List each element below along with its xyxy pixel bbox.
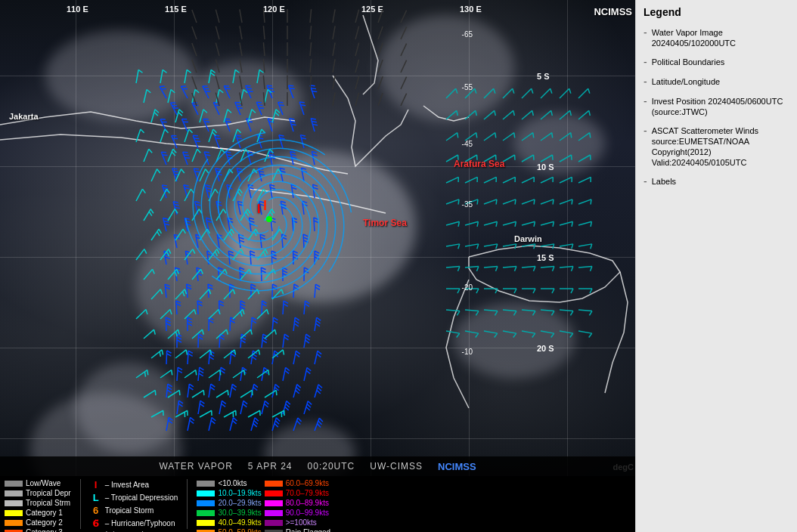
label-w6: 60.0–69.9kts bbox=[286, 479, 329, 487]
grid-v-4 bbox=[371, 0, 371, 476]
wind-speed-columns: <10.0kts 10.0–19.9kts 20.0–29.9kts bbox=[197, 479, 330, 532]
grid-h-5 bbox=[0, 438, 635, 439]
scale-20: -20 bbox=[462, 283, 473, 292]
legend-invest-pos: - Invest Position 20240405/0600UTC (sour… bbox=[643, 96, 789, 118]
label-water-vapor: Water Vapor Image bbox=[652, 27, 736, 38]
bullet-pol: - bbox=[643, 55, 647, 69]
label-cat3: Category 3 bbox=[26, 528, 63, 532]
watermark-product: WATER VAPOR bbox=[159, 461, 232, 472]
swatch-w0 bbox=[197, 481, 215, 487]
wind-20-29: 20.0–29.9kts bbox=[197, 499, 261, 507]
legend-hurricane-sym: 6̈ – Hurricane/Typhoon bbox=[90, 518, 178, 529]
lon-115e: 115 E bbox=[165, 5, 187, 14]
arafura-sea-label: Arafura Sea bbox=[454, 159, 504, 169]
symbol-tdepr: L bbox=[90, 492, 102, 503]
label-latlng: Latitude/Longitude bbox=[652, 76, 721, 87]
wind-lt10: <10.0kts bbox=[197, 479, 261, 487]
symbol-tstrm: 6 bbox=[90, 505, 102, 516]
main-container: 110 E 115 E 120 E 125 E 130 E 5 S 10 S 1… bbox=[0, 0, 797, 532]
label-cat2: Category 2 bbox=[26, 518, 63, 527]
label-hurricane-sym: – Hurricane/Typhoon bbox=[105, 519, 175, 527]
bullet-ll: - bbox=[643, 75, 647, 88]
lon-130e: 130 E bbox=[460, 5, 482, 14]
grid-v-2 bbox=[174, 0, 175, 476]
label-cat1: Category 1 bbox=[26, 509, 63, 517]
bullet-lbl: - bbox=[643, 175, 647, 188]
legend-tdepr-sym: L – Tropical Depression bbox=[90, 492, 178, 503]
cimss-logo: NCIMSS bbox=[594, 6, 632, 17]
label-tstrm-sym: Tropical Storm bbox=[105, 506, 154, 515]
swatch-cat3 bbox=[5, 530, 23, 533]
scale-55: -55 bbox=[462, 83, 473, 91]
wind-rain: Rain Flagged bbox=[265, 528, 330, 532]
watermark-date: 5 APR 24 bbox=[248, 461, 293, 472]
lat-20s: 20 S bbox=[537, 344, 554, 353]
watermark-time: 00:20UTC bbox=[308, 461, 355, 472]
legend-title: Legend bbox=[643, 6, 789, 18]
symbol-hurricane: 6̈ bbox=[90, 518, 102, 529]
label-w2: 20.0–29.9kts bbox=[218, 499, 261, 507]
cloud-6 bbox=[136, 227, 272, 348]
wind-col-left: <10.0kts 10.0–19.9kts 20.0–29.9kts bbox=[197, 479, 261, 532]
label-tdepr: Tropical Depr bbox=[26, 489, 71, 497]
legend-water-vapor: - Water Vapor Image 20240405/102000UTC bbox=[643, 27, 789, 49]
storm-category-legend: Low/Wave Tropical Depr Tropical Strm Cat… bbox=[5, 479, 71, 532]
legend-tstrm-sym: 6 Tropical Storm bbox=[90, 505, 178, 516]
wind-col-right: 60.0–69.9kts 70.0–79.9kts 80.0–89.9kts bbox=[265, 479, 330, 532]
lon-125e: 125 E bbox=[361, 5, 383, 14]
swatch-w8 bbox=[265, 500, 283, 506]
legend-invest: I – Invest Area bbox=[90, 479, 178, 490]
wind-speed-legend: <10.0kts 10.0–19.9kts 20.0–29.9kts bbox=[197, 479, 330, 532]
bullet-ip: - bbox=[643, 94, 647, 108]
swatch-w6 bbox=[265, 481, 283, 487]
lat-5s: 5 S bbox=[537, 72, 550, 81]
legend-latlng: - Latitude/Longitude bbox=[643, 76, 789, 88]
watermark-source: UW-CIMSS bbox=[370, 461, 423, 472]
label-w9: 90.0–99.9kts bbox=[286, 509, 329, 517]
wind-ge100: >=100kts bbox=[265, 518, 330, 527]
cloud-4 bbox=[514, 113, 605, 174]
watermark-bar: WATER VAPOR 5 APR 24 00:20UTC UW-CIMSS N… bbox=[0, 456, 635, 476]
legend-political: - Political Boundaries bbox=[643, 57, 789, 69]
timor-sea-label: Timor Sea bbox=[363, 218, 407, 228]
swatch-cat1 bbox=[5, 510, 23, 516]
legend-labels: - Labels bbox=[643, 176, 789, 188]
label-invest-pos: Invest Position 20240405/0600UTC bbox=[652, 96, 783, 107]
legend-tropical-depr: Tropical Depr bbox=[5, 489, 71, 497]
cloud-2 bbox=[189, 60, 302, 136]
label-tdepr-sym: – Tropical Depression bbox=[105, 493, 178, 502]
label-w5: 50.0–59.9kts bbox=[218, 528, 261, 532]
scale-10: -10 bbox=[462, 348, 473, 356]
lat-10s: 10 S bbox=[537, 162, 554, 172]
invest-marker: I bbox=[257, 203, 260, 216]
swatch-w4 bbox=[197, 520, 215, 526]
label-w1: 10.0–19.9kts bbox=[218, 489, 261, 497]
swatch-w3 bbox=[197, 510, 215, 516]
symbol-invest: I bbox=[90, 479, 102, 490]
swatch-low bbox=[5, 481, 23, 487]
swatch-w9 bbox=[265, 510, 283, 516]
wind-30-39: 30.0–39.9kts bbox=[197, 509, 261, 517]
swatch-w10 bbox=[265, 520, 283, 526]
grid-v-5 bbox=[469, 0, 470, 476]
swatch-cat2 bbox=[5, 520, 23, 526]
wind-10-19: 10.0–19.9kts bbox=[197, 489, 261, 497]
legend-cat1: Category 1 bbox=[5, 509, 71, 517]
label-political: Political Boundaries bbox=[652, 57, 725, 67]
jakarta-label: Jakarta bbox=[9, 112, 39, 121]
lat-15s: 15 S bbox=[537, 253, 554, 262]
label-source-jtwc: (source:JTWC) bbox=[652, 107, 783, 117]
label-tstrm: Tropical Strm bbox=[26, 499, 70, 507]
swatch-w1 bbox=[197, 490, 215, 496]
scale-35: -35 bbox=[462, 200, 473, 209]
symbol-legend: I – Invest Area L – Tropical Depression … bbox=[90, 479, 178, 532]
label-source-eumet: source:EUMETSAT/NOAA Copyright(2012) bbox=[652, 136, 789, 158]
label-rain: Rain Flagged bbox=[286, 528, 330, 532]
legend-cat3: Category 3 bbox=[5, 528, 71, 532]
legend-cat2: Category 2 bbox=[5, 518, 71, 527]
swatch-w5 bbox=[197, 530, 215, 533]
label-low-wave: Low/Wave bbox=[26, 479, 60, 487]
wind-80-89: 80.0–89.9kts bbox=[265, 499, 330, 507]
wind-90-99: 90.0–99.9kts bbox=[265, 509, 330, 517]
grid-v-6 bbox=[567, 0, 568, 476]
